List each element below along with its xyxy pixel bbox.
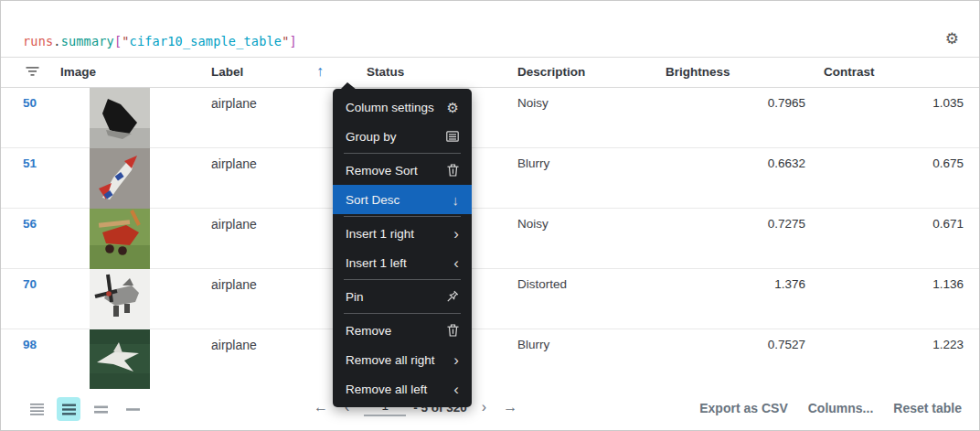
description-cell: Blurry	[517, 338, 549, 351]
chevron-left-icon: ‹	[453, 255, 459, 271]
brightness-cell: 0.7275	[659, 217, 805, 231]
menu-item-label: Column settings	[346, 101, 434, 114]
brightness-cell: 0.7527	[659, 338, 805, 351]
arrow-down-icon: ↓	[453, 192, 460, 208]
label-cell: airplane	[211, 277, 257, 292]
contrast-cell: 0.675	[805, 156, 964, 170]
table-footer: ← ‹ - 5 of 320 › → Export as CSV Columns…	[1, 389, 979, 430]
pin-icon	[446, 290, 459, 303]
next-page-chevron-icon[interactable]: ›	[480, 398, 488, 416]
menu-item-group-by[interactable]: Group by	[333, 122, 472, 151]
menu-item-column-settings[interactable]: Column settings ⚙	[333, 92, 472, 122]
row-index-link[interactable]: 98	[23, 338, 37, 351]
image-thumbnail[interactable]	[90, 269, 150, 329]
column-header-brightness[interactable]: Brightness	[666, 65, 730, 79]
image-thumbnail[interactable]	[90, 329, 150, 390]
menu-caret	[340, 82, 357, 90]
label-cell: airplane	[211, 156, 257, 171]
reset-table-button[interactable]: Reset table	[893, 401, 962, 415]
row-density-controls	[25, 397, 144, 421]
table-row: 98 airplane Blurry 0.7527 1.223	[1, 329, 979, 390]
menu-item-pin[interactable]: Pin	[333, 282, 472, 311]
label-cell: airplane	[211, 338, 257, 352]
group-icon	[446, 131, 459, 142]
row-index-link[interactable]: 56	[23, 217, 37, 231]
code-close-bracket: ]	[289, 34, 296, 48]
density-medium-icon[interactable]	[57, 397, 80, 421]
image-thumbnail[interactable]	[90, 148, 150, 209]
code-string: cifar10_sample_table	[130, 34, 282, 48]
contrast-cell: 1.136	[805, 277, 964, 291]
contrast-cell: 0.671	[805, 217, 964, 231]
menu-item-remove-all-left[interactable]: Remove all left ‹	[333, 374, 472, 404]
menu-divider	[344, 279, 461, 280]
image-thumbnail[interactable]	[90, 88, 150, 148]
density-compact-icon[interactable]	[25, 397, 48, 421]
menu-item-label: Remove Sort	[346, 164, 418, 178]
last-page-arrow-icon[interactable]: →	[501, 398, 519, 416]
menu-item-label: Pin	[346, 290, 364, 304]
code-object: runs	[23, 34, 53, 48]
density-single-icon[interactable]	[121, 397, 144, 421]
footer-actions: Export as CSV Columns... Reset table	[699, 401, 962, 415]
menu-item-label: Insert 1 left	[346, 256, 407, 270]
description-cell: Noisy	[517, 96, 549, 110]
contrast-cell: 1.223	[805, 338, 964, 351]
menu-item-label: Insert 1 right	[346, 227, 414, 241]
menu-item-insert-1-right[interactable]: Insert 1 right ›	[333, 219, 472, 248]
menu-item-label: Remove all left	[346, 383, 427, 396]
column-header-image[interactable]: Image	[60, 65, 96, 79]
column-context-menu: Column settings ⚙ Group by Remove Sort S…	[333, 89, 472, 407]
table-row: 70 airplane Distorted 1.376 1.136	[1, 269, 979, 329]
menu-item-remove-all-right[interactable]: Remove all right ›	[333, 345, 472, 374]
menu-divider	[344, 313, 461, 314]
first-page-arrow-icon[interactable]: ←	[312, 398, 330, 416]
image-thumbnail[interactable]	[90, 209, 150, 269]
table-row: 51 airplane Blurry 0.6632 0.675	[1, 148, 979, 209]
code-property: summary	[61, 34, 114, 48]
table-row: 50 airplane Noisy 0.7965 1.035	[1, 88, 979, 148]
menu-item-label: Group by	[346, 130, 397, 144]
row-index-link[interactable]: 70	[23, 277, 37, 291]
columns-button[interactable]: Columns...	[808, 401, 874, 415]
column-header-contrast[interactable]: Contrast	[824, 65, 875, 79]
gear-icon: ⚙	[447, 101, 459, 114]
menu-item-remove-sort[interactable]: Remove Sort	[333, 156, 472, 185]
description-cell: Distorted	[517, 277, 567, 291]
export-csv-button[interactable]: Export as CSV	[699, 401, 787, 415]
column-header-status[interactable]: Status	[367, 65, 404, 79]
brightness-cell: 0.6632	[659, 156, 805, 170]
trash-icon	[447, 164, 459, 177]
row-index-link[interactable]: 50	[23, 96, 37, 110]
panel-title-bar: runs.summary["cifar10_sample_table"] ⚙	[1, 1, 979, 58]
chevron-right-icon: ›	[453, 352, 459, 368]
menu-divider	[344, 153, 461, 154]
brightness-cell: 1.376	[659, 277, 805, 291]
code-open-quote: "	[122, 34, 129, 48]
column-header-label[interactable]: Label	[211, 65, 243, 79]
menu-item-label: Remove all right	[346, 353, 435, 367]
panel-title: runs.summary["cifar10_sample_table"]	[23, 34, 297, 48]
menu-item-sort-desc[interactable]: Sort Desc ↓	[333, 185, 472, 214]
density-large-icon[interactable]	[89, 397, 112, 421]
menu-item-label: Sort Desc	[346, 193, 399, 207]
row-index-link[interactable]: 51	[23, 156, 37, 170]
trash-icon	[447, 324, 459, 337]
menu-item-label: Remove	[346, 324, 391, 338]
contrast-cell: 1.035	[805, 96, 964, 110]
label-cell: airplane	[211, 217, 257, 232]
code-dot: .	[53, 34, 60, 48]
sort-ascending-icon[interactable]: ↑	[316, 63, 324, 80]
menu-item-remove[interactable]: Remove	[333, 316, 472, 345]
menu-item-insert-1-left[interactable]: Insert 1 left ‹	[333, 248, 472, 277]
filter-icon[interactable]	[26, 66, 39, 81]
table-header-row: Image Label ↑ Status Description Brightn…	[1, 58, 979, 88]
description-cell: Blurry	[517, 156, 549, 170]
column-header-description[interactable]: Description	[517, 65, 585, 79]
chevron-left-icon: ‹	[453, 382, 459, 397]
brightness-cell: 0.7965	[659, 96, 805, 110]
table-row: 56 airplane Noisy 0.7275 0.671	[1, 209, 979, 269]
description-cell: Noisy	[517, 217, 549, 231]
panel-settings-gear-icon[interactable]: ⚙	[945, 31, 959, 47]
label-cell: airplane	[211, 96, 257, 111]
